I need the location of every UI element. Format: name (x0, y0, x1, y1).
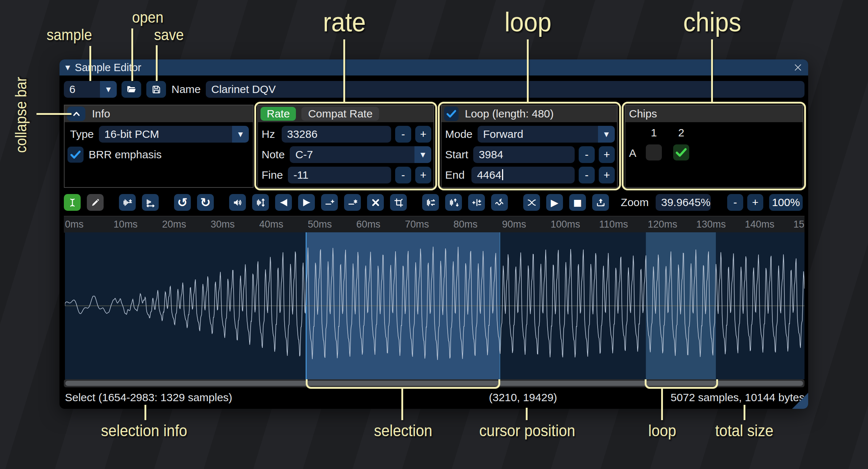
annotation-line-loop-bottom (661, 388, 663, 420)
save-icon (151, 84, 162, 95)
chevron-down-icon[interactable]: ▼ (100, 81, 117, 98)
annotation-line-selection (401, 388, 403, 420)
crossfade-icon (526, 197, 537, 208)
annotation-chips: chips (683, 7, 741, 38)
wave-reverse-icon (425, 197, 436, 208)
annotation-loop-bottom: loop (648, 422, 676, 440)
ruler-tick-label: 130ms (696, 219, 726, 230)
annotation-line-cursor-position (526, 408, 528, 420)
apply-silence-button[interactable] (344, 194, 361, 211)
sample-name-input[interactable]: Clarinet DQV (206, 81, 805, 98)
sample-type-dropdown[interactable]: 16-bit PCM ▼ (99, 126, 249, 143)
annotation-selection: selection (374, 422, 432, 440)
title-bar[interactable]: ▼ Sample Editor (59, 59, 808, 75)
sample-number-value[interactable]: 6 (64, 81, 100, 98)
zoom-label: Zoom (621, 196, 649, 209)
resize-grip[interactable] (792, 393, 808, 409)
crop-icon (393, 197, 404, 208)
annotation-open: open (132, 9, 163, 26)
brr-emphasis-checkbox[interactable] (67, 147, 84, 163)
make-instrument-button[interactable] (592, 194, 609, 211)
annotation-bracket-loop (645, 379, 718, 389)
zoom-input[interactable]: 39.9645% (656, 194, 711, 211)
annotation-loop: loop (505, 7, 552, 38)
annotation-line-open (131, 28, 133, 81)
open-sample-button[interactable] (121, 81, 141, 98)
type-label: Type (70, 128, 94, 140)
annotation-line-chips (711, 39, 713, 102)
annotation-sample: sample (47, 26, 92, 44)
undo-button[interactable]: ↺ (174, 194, 191, 211)
waveform-display[interactable] (65, 232, 805, 379)
fade-in-button[interactable] (275, 194, 292, 211)
reverse-button[interactable] (422, 194, 439, 211)
chevron-down-icon[interactable]: ▼ (232, 126, 249, 143)
silence-plus-icon (324, 197, 335, 208)
select-mode-button[interactable] (64, 194, 81, 211)
ruler-tick-label: 70ms (405, 219, 429, 230)
annotation-line-total-size (744, 405, 745, 420)
amplify-button[interactable] (229, 194, 246, 211)
annotation-total-size: total size (715, 422, 774, 440)
trim-button[interactable] (390, 194, 407, 211)
ruler-tick-label: 40ms (259, 219, 283, 230)
ruler-tick-label: 0ms (65, 219, 84, 230)
invert-button[interactable] (445, 194, 462, 211)
ruler-tick-label: 140ms (745, 219, 774, 230)
speaker-icon (232, 197, 243, 208)
zoom-in-button[interactable]: + (747, 194, 763, 211)
pencil-icon (90, 197, 101, 208)
window-collapse-icon[interactable]: ▼ (65, 64, 70, 71)
zoom-reset-button[interactable]: 100% (769, 194, 803, 211)
draw-mode-button[interactable] (87, 194, 104, 211)
ruler-tick-label: 80ms (454, 219, 478, 230)
filter-button[interactable] (491, 194, 508, 211)
ruler-tick-label: 10ms (113, 219, 138, 230)
ruler-tick-label: 110ms (599, 219, 628, 230)
preview-button[interactable]: ▶ (546, 194, 563, 211)
ruler-tick-label: 90ms (502, 219, 526, 230)
check-icon (69, 148, 82, 161)
selection-info-text: Select (1654-2983: 1329 samples) (65, 387, 232, 408)
normalize-button[interactable] (252, 194, 269, 211)
close-icon (793, 62, 803, 73)
play-icon: ▶ (551, 197, 559, 208)
fade-out-button[interactable] (298, 194, 315, 211)
sample-type-value[interactable]: 16-bit PCM (99, 126, 232, 143)
fade-out-icon (301, 197, 312, 208)
redo-button[interactable]: ↻ (197, 194, 214, 211)
annotation-line-save (156, 45, 158, 81)
fade-in-icon (278, 197, 289, 208)
x-icon (370, 197, 381, 208)
annotation-selection-info: selection info (101, 422, 187, 440)
resample-button[interactable] (142, 194, 159, 211)
status-bar: Select (1654-2983: 1329 samples) (3210, … (59, 387, 808, 409)
sign-button[interactable] (468, 194, 485, 211)
timeline-ruler[interactable]: 0ms10ms20ms30ms40ms50ms60ms70ms80ms90ms1… (64, 216, 805, 233)
cursor-position-text: (3210, 19429) (489, 387, 557, 408)
save-sample-button[interactable] (146, 81, 166, 98)
annotation-rate: rate (323, 7, 366, 38)
wave-updown-icon (255, 197, 266, 208)
wave-plus-icon (122, 197, 133, 208)
brr-emphasis-label: BRR emphasis (89, 148, 162, 161)
wave-invert-icon (448, 197, 459, 208)
annotation-collapse-bar: collapse bar (12, 65, 30, 165)
zoom-out-button[interactable]: - (727, 194, 743, 211)
close-button[interactable] (792, 62, 804, 73)
redo-icon: ↻ (200, 195, 211, 210)
total-size-text: 5072 samples, 10144 bytes (671, 387, 805, 408)
annotation-outline-loop (438, 102, 621, 190)
delete-button[interactable] (367, 194, 384, 211)
annotation-line-loop (527, 39, 529, 102)
insert-silence-button[interactable] (321, 194, 338, 211)
sample-toolbar: ↺↻▶■Zoom 39.9645% - + 100% (64, 193, 805, 212)
sample-number-combo[interactable]: 6 ▼ (64, 81, 117, 98)
annotation-line-sample (89, 46, 91, 81)
crossfade-button[interactable] (523, 194, 540, 211)
resize-button[interactable] (119, 194, 136, 211)
wave-stretch-icon (145, 197, 156, 208)
sign-icon (471, 197, 482, 208)
folder-open-icon (126, 84, 137, 95)
stop-button[interactable]: ■ (569, 194, 586, 211)
